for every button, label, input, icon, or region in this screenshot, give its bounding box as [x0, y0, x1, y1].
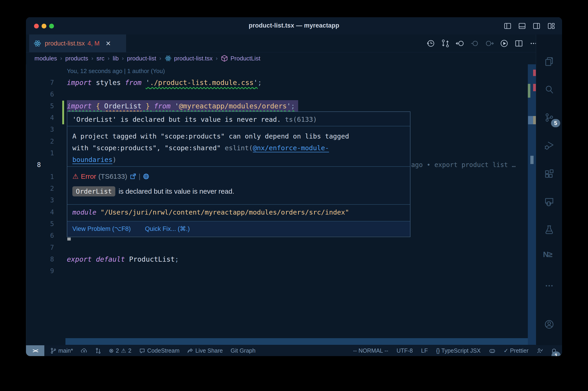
live-share-status-item[interactable]: Live Share — [187, 347, 223, 354]
git-compare-icon — [95, 348, 101, 354]
blame-annotation: You, 12 seconds ago | 1 author (You) — [67, 65, 165, 77]
open-external-icon[interactable] — [130, 173, 136, 180]
breadcrumb-file[interactable]: product-list.tsx — [174, 55, 213, 62]
line-number[interactable]: 6 — [35, 230, 54, 242]
ts-error-message: 'OrderList' is declared but its value is… — [72, 115, 281, 123]
line-number[interactable]: 7 — [35, 77, 54, 89]
codestream-status-item[interactable]: CodeStream — [139, 347, 179, 354]
line-number[interactable]: 9 — [35, 265, 54, 277]
ts-error-code: ts(6133) — [285, 115, 317, 123]
comment-icon — [139, 348, 145, 354]
compare-changes-icon[interactable] — [441, 39, 450, 48]
sync-status-item[interactable] — [81, 348, 87, 354]
line-number[interactable]: 1 — [35, 171, 54, 183]
horizontal-scrollbar[interactable] — [66, 338, 528, 345]
breadcrumb-item[interactable]: src — [96, 55, 104, 62]
eol-status-item[interactable]: LF — [421, 347, 428, 354]
code-row[interactable]: 7 — [26, 242, 528, 254]
code-row[interactable]: 7 import styles from './product-list.mod… — [26, 77, 528, 89]
title-bar: product-list.tsx — myreactapp — [26, 17, 562, 34]
tab-product-list[interactable]: product-list.tsx 4, M ✕ — [29, 34, 126, 52]
explorer-icon[interactable] — [544, 57, 554, 67]
split-editor-icon[interactable] — [514, 39, 523, 48]
compare-status-item[interactable] — [95, 348, 101, 354]
remote-indicator[interactable]: >< — [26, 345, 44, 356]
tab-close-icon[interactable]: ✕ — [106, 40, 111, 47]
current-line-number[interactable]: 8 — [37, 159, 56, 171]
vim-mode-status-item[interactable]: -- NORMAL -- — [353, 347, 388, 354]
eslint-rule-link[interactable]: @nx/enforce-module- — [253, 144, 329, 152]
overview-error-mark — [533, 84, 536, 91]
overview-modified-mark — [528, 84, 530, 98]
status-bar: >< main* — [26, 345, 562, 356]
search-icon[interactable] — [544, 85, 554, 95]
line-number[interactable]: 8 — [35, 253, 54, 265]
warning-triangle-icon: ⚠ — [72, 172, 79, 180]
language-status-item[interactable]: {} TypeScript JSX — [436, 347, 481, 354]
eslint-rule-link[interactable]: boundaries — [72, 156, 113, 164]
git-graph-status-item[interactable]: Git Graph — [231, 347, 255, 354]
prettier-status-item[interactable]: ✓ Prettier — [504, 347, 528, 354]
line-number[interactable]: 1 — [35, 147, 54, 159]
blame-annotation-row: You, 12 seconds ago | 1 author (You) — [26, 65, 528, 77]
symbol-badge: OrderList — [72, 186, 115, 196]
line-number[interactable]: 4 — [35, 112, 54, 124]
line-number[interactable]: 3 — [35, 194, 54, 206]
toggle-sidebar-right-icon[interactable] — [533, 22, 540, 30]
breadcrumb-item[interactable]: modules — [34, 55, 57, 62]
module-keyword: module — [72, 208, 96, 216]
ts-error-section: 'OrderList' is declared but its value is… — [67, 112, 410, 126]
toggle-panel-icon[interactable] — [518, 22, 526, 30]
breadcrumb-item[interactable]: product-list — [127, 55, 156, 62]
quick-fix-link[interactable]: Quick Fix... (⌘.) — [145, 225, 190, 232]
line-number[interactable]: 3 — [35, 124, 54, 136]
overview-ruler[interactable] — [528, 64, 536, 345]
scrollbar-slider[interactable] — [528, 116, 533, 124]
error-detail-section: ⚠ Error (TS6133) | OrderList is declared… — [67, 166, 410, 204]
line-number[interactable]: 4 — [35, 206, 54, 218]
extensions-icon[interactable] — [544, 169, 554, 179]
next-change-icon[interactable] — [485, 39, 494, 48]
line-number[interactable]: 6 — [35, 89, 54, 100]
module-path-section: module "/Users/juri/nrwl/content/myreact… — [67, 204, 410, 221]
open-changes-icon[interactable] — [455, 39, 465, 48]
breadcrumb-item[interactable]: products — [65, 55, 88, 62]
encoding-status-item[interactable]: UTF-8 — [396, 347, 413, 354]
code-row-selected[interactable]: 5 import { OrderList } from '@myreactapp… — [26, 100, 528, 112]
code-row[interactable]: 6 — [26, 89, 528, 100]
branch-status-item[interactable]: main* — [50, 347, 73, 354]
previous-change-icon[interactable] — [470, 39, 479, 48]
hover-resize-grip[interactable] — [67, 238, 71, 241]
globe-icon[interactable] — [143, 173, 150, 180]
problems-status-item[interactable]: ⊗ 2 ⚠ 2 — [109, 347, 131, 354]
copilot-status-item[interactable] — [489, 348, 496, 354]
code-row[interactable]: 9 — [26, 265, 528, 277]
feedback-status-item[interactable] — [537, 348, 543, 354]
run-or-debug-icon[interactable] — [500, 39, 509, 48]
inline-blame-annotation: ago • export product list … — [411, 159, 516, 171]
run-and-debug-icon[interactable] — [544, 141, 554, 151]
tab-problem-badge: 4, M — [87, 40, 100, 47]
line-number[interactable]: 5 — [35, 100, 54, 112]
warning-count: 2 — [128, 347, 131, 354]
tab-bar: product-list.tsx 4, M ✕ — [26, 34, 562, 52]
more-views-icon[interactable] — [544, 281, 554, 291]
overview-cursor-mark — [533, 116, 536, 124]
cloud-upload-icon — [81, 348, 87, 354]
account-icon[interactable] — [544, 319, 554, 329]
window-title: product-list.tsx — myreactapp — [26, 22, 562, 29]
breadcrumb-item[interactable]: lib — [113, 55, 119, 62]
history-icon[interactable] — [426, 39, 435, 48]
code-row[interactable]: 8 export default ProductList; — [26, 253, 528, 265]
customize-layout-icon[interactable] — [547, 22, 555, 30]
line-number[interactable]: 5 — [35, 218, 54, 230]
line-number[interactable]: 2 — [35, 136, 54, 147]
testing-beaker-icon[interactable] — [544, 225, 554, 235]
toggle-sidebar-left-icon[interactable] — [504, 22, 511, 30]
breadcrumb-symbol[interactable]: ProductList — [230, 55, 260, 62]
line-number[interactable]: 7 — [35, 242, 54, 254]
line-number[interactable]: 2 — [35, 183, 54, 195]
nx-console-icon[interactable]: N≥ — [543, 250, 552, 259]
view-problem-link[interactable]: View Problem (⌥F8) — [72, 225, 131, 232]
remote-explorer-icon[interactable] — [544, 197, 554, 207]
